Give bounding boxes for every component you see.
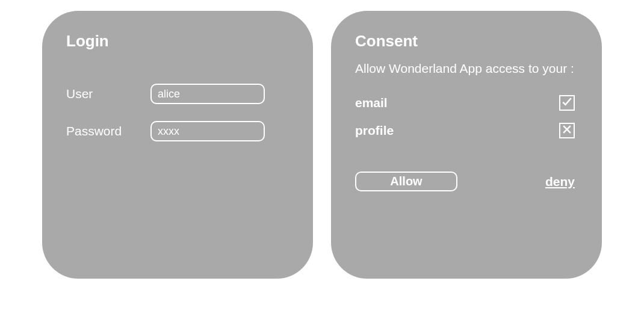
allow-button[interactable]: Allow <box>355 172 457 191</box>
scope-label-email: email <box>355 96 388 110</box>
login-title: Login <box>66 32 292 51</box>
scope-checkbox-email[interactable] <box>559 95 575 111</box>
password-input[interactable] <box>150 121 265 141</box>
consent-title: Consent <box>355 32 581 51</box>
consent-card: Consent Allow Wonderland App access to y… <box>331 11 602 279</box>
consent-button-row: Allow deny <box>355 172 581 191</box>
consent-prompt: Allow Wonderland App access to your : <box>355 60 581 77</box>
user-label: User <box>66 87 150 101</box>
scope-row-email: email <box>355 95 581 111</box>
scope-row-profile: profile <box>355 123 581 138</box>
scope-checkbox-profile[interactable] <box>559 123 575 138</box>
x-icon <box>561 123 573 138</box>
scope-label-profile: profile <box>355 123 394 138</box>
check-icon <box>561 96 573 110</box>
user-input[interactable] <box>150 84 265 104</box>
login-card: Login User Password <box>42 11 313 279</box>
password-label: Password <box>66 124 150 138</box>
password-field-row: Password <box>66 121 292 141</box>
deny-link[interactable]: deny <box>545 175 575 189</box>
user-field-row: User <box>66 84 292 104</box>
